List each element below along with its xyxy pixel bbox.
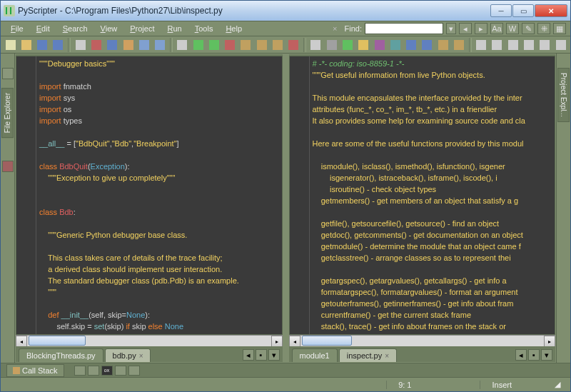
right-gutter (290, 56, 310, 334)
bottom-tool-1-icon[interactable] (74, 366, 86, 376)
scroll-right-icon[interactable]: ▸ (544, 336, 555, 347)
bottom-tool-5-icon[interactable] (128, 366, 140, 376)
scroll-right-icon[interactable]: ▸ (271, 336, 283, 347)
toolbar-debug-button[interactable] (223, 38, 237, 52)
toolbar-new-button[interactable] (4, 38, 17, 52)
toolbar-break-button[interactable] (309, 38, 323, 52)
pin-icon (375, 40, 385, 50)
toolbar-pin-button[interactable] (373, 38, 386, 52)
scroll-left-icon[interactable]: ◂ (289, 336, 300, 347)
tab-close-icon[interactable]: × (139, 352, 143, 360)
scroll-thumb[interactable] (29, 336, 86, 346)
toolbar-open-button[interactable] (19, 38, 33, 52)
toolbar-saveall-button[interactable] (51, 38, 65, 52)
close-button[interactable]: ✕ (535, 4, 567, 17)
tabnav-list-button[interactable]: ▾ (541, 349, 552, 361)
right-hscrollbar[interactable]: ◂ ▸ (289, 335, 556, 346)
file-explorer-tab[interactable]: File Explorer (1, 88, 14, 138)
left-hscrollbar[interactable]: ◂ ▸ (16, 335, 283, 346)
toolbar-view2-button[interactable] (506, 38, 520, 52)
menu-tools[interactable]: Tools (189, 23, 219, 34)
tabnav-next-button[interactable]: ▪ (256, 349, 267, 361)
find-highlight-button[interactable]: ✎ (522, 23, 535, 34)
menu-run[interactable]: Run (162, 23, 188, 34)
project-explorer-tab[interactable]: Project Expl... (557, 68, 570, 122)
left-editor[interactable]: """Debugger basics""" import fnmatch imp… (16, 56, 283, 335)
menu-search[interactable]: Search (57, 23, 94, 34)
hand-icon (358, 40, 368, 50)
tab-inspect-py[interactable]: inspect.py× (339, 348, 397, 362)
toolbar-redo-button[interactable] (153, 38, 166, 52)
right-code-area[interactable]: # -*- coding: iso-8859-1 -*- """Get usef… (310, 56, 555, 334)
bottom-tool-4-icon[interactable] (115, 366, 126, 376)
find-prev-button[interactable]: ◂ (459, 23, 472, 34)
status-resize-grip-icon[interactable]: ◢ (552, 380, 563, 389)
left-code-area[interactable]: """Debugger basics""" import fnmatch imp… (36, 56, 282, 334)
tab-close-icon[interactable]: × (385, 352, 389, 360)
tab-bdb-py[interactable]: bdb.py× (105, 348, 151, 362)
uncomment-icon (422, 40, 432, 50)
toolbar-view1-button[interactable] (490, 38, 504, 52)
toolbar-comment-button[interactable] (405, 38, 418, 52)
toolbar-stop-button[interactable] (287, 38, 300, 52)
toolbar-uncomment-button[interactable] (420, 38, 434, 52)
tabnav-next-button[interactable]: ▪ (528, 349, 540, 361)
scroll-left-icon[interactable]: ◂ (16, 336, 27, 347)
titlebar[interactable]: PyScripter - C:\Program Files\Python27\L… (1, 1, 570, 21)
toolbar-layout-button[interactable] (475, 38, 488, 52)
find-sel-button[interactable]: ▦ (553, 23, 566, 34)
find-word-button[interactable]: W (506, 23, 519, 34)
toolbar-run2-button[interactable] (207, 38, 221, 52)
bottom-tool-3-icon[interactable]: ox (101, 366, 113, 376)
toolbar-waves-button[interactable] (388, 38, 402, 52)
toolbar-view4-button[interactable] (538, 38, 552, 52)
stepout-icon (273, 40, 283, 50)
toolbar-stepinto-button[interactable] (255, 38, 268, 52)
toolbar-pause-button[interactable] (325, 38, 338, 52)
menubar-close-icon[interactable]: × (333, 24, 337, 33)
maximize-button[interactable]: ▭ (512, 4, 534, 17)
minimize-button[interactable]: ─ (490, 4, 512, 17)
toolbar-print-button[interactable] (74, 38, 87, 52)
scroll-thumb[interactable] (302, 336, 352, 346)
right-editor[interactable]: # -*- coding: iso-8859-1 -*- """Get usef… (289, 56, 556, 335)
find-input[interactable] (365, 23, 443, 34)
tabnav-prev-button[interactable]: ◂ (515, 349, 527, 361)
find-next-button[interactable]: ▸ (475, 23, 487, 34)
outdent-icon (454, 40, 464, 50)
toolbar-hand-button[interactable] (357, 38, 370, 52)
tabnav-prev-button[interactable]: ◂ (243, 349, 254, 361)
vertical-splitter[interactable] (285, 54, 287, 362)
menu-project[interactable]: Project (124, 23, 160, 34)
toolbar-stepover-button[interactable] (239, 38, 253, 52)
toolbar-view5-button[interactable] (554, 38, 567, 52)
toolbar-run-button[interactable] (191, 38, 205, 52)
toolbar-indent-button[interactable] (436, 38, 450, 52)
side-tool-1-icon[interactable] (2, 68, 14, 79)
menu-file[interactable]: File (5, 23, 29, 34)
find-regex-button[interactable]: ⁜ (537, 23, 550, 34)
redo-icon (155, 40, 165, 50)
toolbar-copy-button[interactable] (106, 38, 119, 52)
toolbar-find-button[interactable] (176, 38, 189, 52)
tab-blockingthreads-py[interactable]: BlockingThreads.py (19, 348, 103, 362)
toolbar-resume-button[interactable] (340, 38, 354, 52)
menu-help[interactable]: Help (220, 23, 248, 34)
bottom-tool-2-icon[interactable] (88, 366, 99, 376)
side-tool-2-icon[interactable] (2, 161, 14, 172)
tabnav-list-button[interactable]: ▾ (268, 349, 280, 361)
toolbar-paste-button[interactable] (121, 38, 135, 52)
tab-module1[interactable]: module1 (292, 348, 338, 362)
call-stack-tab[interactable]: Call Stack (6, 364, 64, 377)
toolbar-stepout-button[interactable] (271, 38, 284, 52)
menu-edit[interactable]: Edit (31, 23, 56, 34)
toolbar-outdent-button[interactable] (452, 38, 465, 52)
toolbar-save-button[interactable] (36, 38, 49, 52)
menu-view[interactable]: View (95, 23, 123, 34)
find-case-button[interactable]: Aa (490, 23, 503, 34)
toolbar-view3-button[interactable] (522, 38, 535, 52)
view2-icon (508, 40, 518, 50)
toolbar-cut-button[interactable] (89, 38, 103, 52)
toolbar-undo-button[interactable] (137, 38, 151, 52)
find-dropdown-button[interactable]: ▾ (446, 23, 456, 34)
